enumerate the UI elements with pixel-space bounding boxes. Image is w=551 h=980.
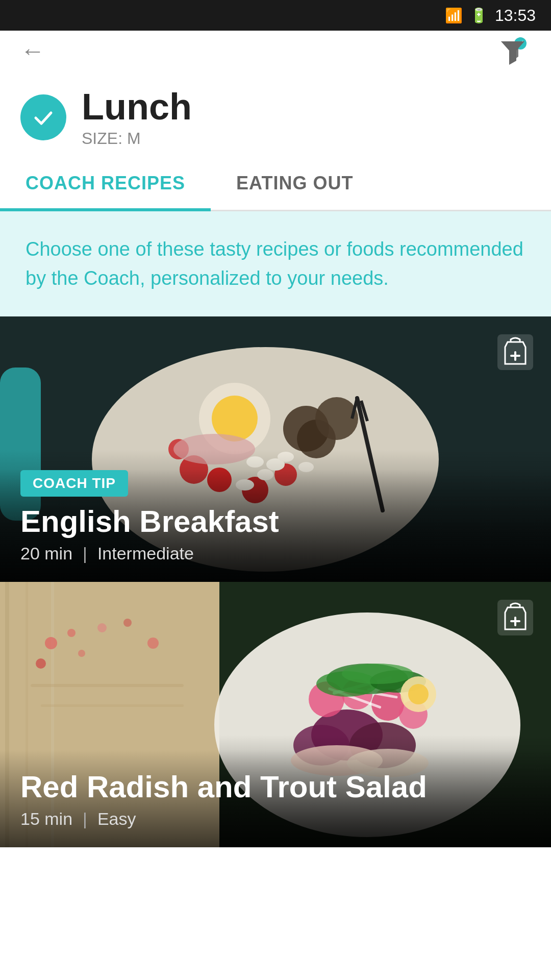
size-label: SIZE: M	[82, 129, 192, 148]
svg-point-59	[342, 664, 413, 684]
sim-icon: 📶	[445, 7, 463, 24]
title-text: Lunch SIZE: M	[82, 87, 192, 148]
tabs: COACH RECIPES EATING OUT	[0, 158, 551, 211]
svg-point-20	[315, 397, 358, 440]
page-title: Lunch	[82, 87, 192, 127]
recipe-card-radish-salad[interactable]: Red Radish and Trout Salad 15 min | Easy	[0, 582, 551, 847]
recipe-overlay-english-breakfast: COACH TIP English Breakfast 20 min | Int…	[0, 450, 551, 582]
recipe-time-radish-salad: 15 min	[20, 809, 72, 829]
svg-point-38	[78, 650, 85, 657]
svg-point-36	[36, 658, 46, 669]
recipe-title-radish-salad: Red Radish and Trout Salad	[20, 770, 531, 804]
meta-divider-2: |	[83, 809, 87, 829]
svg-point-61	[408, 684, 429, 704]
svg-rect-42	[41, 704, 184, 707]
recipe-time-english-breakfast: 20 min	[20, 544, 72, 564]
add-recipe-button-english-breakfast[interactable]	[495, 332, 536, 373]
recipe-difficulty-radish-salad: Easy	[97, 809, 136, 829]
header: ← ✓	[0, 31, 551, 71]
check-circle	[20, 94, 66, 140]
meta-divider: |	[83, 544, 87, 564]
back-button[interactable]: ←	[20, 39, 45, 63]
recipe-meta-english-breakfast: 20 min | Intermediate	[20, 544, 531, 564]
recipe-meta-radish-salad: 15 min | Easy	[20, 809, 531, 829]
svg-rect-41	[31, 684, 184, 687]
recipe-difficulty-english-breakfast: Intermediate	[97, 544, 194, 564]
status-icons: 📶 🔋 13:53	[445, 6, 536, 25]
recipe-overlay-radish-salad: Red Radish and Trout Salad 15 min | Easy	[0, 750, 551, 847]
tab-coach-recipes[interactable]: COACH RECIPES	[0, 158, 211, 211]
battery-icon: 🔋	[470, 7, 488, 24]
info-banner: Choose one of these tasty recipes or foo…	[0, 211, 551, 316]
svg-point-39	[147, 638, 159, 649]
filter-button[interactable]: ✓	[495, 33, 531, 69]
coach-tip-badge: COACH TIP	[20, 470, 128, 497]
add-recipe-button-radish-salad[interactable]	[495, 597, 536, 638]
svg-point-34	[45, 637, 57, 649]
recipe-card-english-breakfast[interactable]: COACH TIP English Breakfast 20 min | Int…	[0, 316, 551, 582]
status-bar: 📶 🔋 13:53	[0, 0, 551, 31]
svg-point-35	[67, 629, 76, 637]
recipe-title-english-breakfast: English Breakfast	[20, 505, 531, 538]
svg-point-37	[97, 623, 107, 632]
title-section: Lunch SIZE: M	[0, 71, 551, 158]
svg-point-40	[123, 619, 132, 627]
info-text: Choose one of these tasty recipes or foo…	[26, 235, 525, 293]
status-time: 13:53	[495, 6, 536, 25]
tab-eating-out[interactable]: EATING OUT	[211, 158, 379, 210]
